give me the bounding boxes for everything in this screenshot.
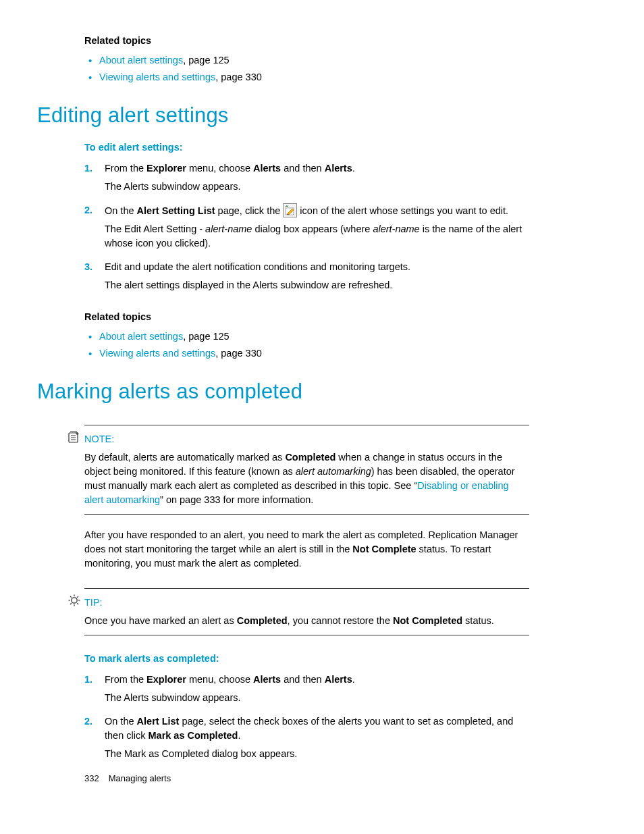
step-text: The Edit Alert Setting - xyxy=(105,224,205,234)
page-number: 332 xyxy=(84,773,99,783)
related-topic-item: Viewing alerts and settings, page 330 xyxy=(84,70,529,84)
text-bold: Completed xyxy=(285,452,336,463)
text: status. xyxy=(462,615,494,626)
related-suffix: , page 125 xyxy=(183,331,230,342)
step-bold: Alerts xyxy=(325,674,352,685)
related-suffix: , page 125 xyxy=(183,55,230,66)
step-text: menu, choose xyxy=(186,674,253,685)
tip-icon xyxy=(68,594,80,606)
related-topics-list: About alert settings, page 125 Viewing a… xyxy=(84,53,529,84)
related-suffix: , page 330 xyxy=(215,348,262,359)
step-text: On the xyxy=(105,716,137,727)
text-italic: alert automarking xyxy=(296,466,371,477)
step-bold: Alerts xyxy=(325,163,352,174)
text: By default, alerts are automatically mar… xyxy=(84,452,285,463)
step-text: menu, choose xyxy=(186,163,253,174)
related-suffix: , page 330 xyxy=(215,72,262,82)
step-text: On the xyxy=(105,205,137,216)
step-item: From the Explorer menu, choose Alerts an… xyxy=(84,673,529,705)
note-callout: NOTE: By default, alerts are automatical… xyxy=(84,425,529,515)
related-topic-item: About alert settings, page 125 xyxy=(84,53,529,68)
related-link[interactable]: About alert settings xyxy=(99,331,183,342)
procedure-steps: From the Explorer menu, choose Alerts an… xyxy=(84,161,529,292)
divider xyxy=(84,425,529,425)
section-heading-marking: Marking alerts as completed xyxy=(37,377,529,407)
step-item: From the Explorer menu, choose Alerts an… xyxy=(84,161,529,194)
step-text: From the xyxy=(105,674,146,685)
procedure-steps: From the Explorer menu, choose Alerts an… xyxy=(84,673,529,761)
divider xyxy=(84,635,529,635)
step-result: The Alerts subwindow appears. xyxy=(105,180,529,194)
svg-point-5 xyxy=(72,598,77,603)
step-item: Edit and update the alert notification c… xyxy=(84,260,529,292)
note-label: NOTE: xyxy=(84,432,529,446)
step-bold: Explorer xyxy=(146,674,186,685)
svg-line-13 xyxy=(77,596,78,598)
related-link[interactable]: Viewing alerts and settings xyxy=(99,72,215,82)
related-topic-item: About alert settings, page 125 xyxy=(84,330,529,344)
step-result: The Alerts subwindow appears. xyxy=(105,691,529,705)
related-topics-heading: Related topics xyxy=(84,310,529,324)
step-italic: alert-name xyxy=(373,224,419,234)
page-footer: 332Managing alerts xyxy=(84,773,171,785)
step-result: The Mark as Completed dialog box appears… xyxy=(105,747,529,761)
step-text: From the xyxy=(105,163,146,174)
step-bold: Mark as Completed xyxy=(148,730,238,741)
svg-line-10 xyxy=(70,596,72,598)
body-paragraph: After you have responded to an alert, yo… xyxy=(84,528,529,571)
step-result: The alert settings displayed in the Aler… xyxy=(105,278,529,292)
tip-text: Once you have marked an alert as Complet… xyxy=(84,614,529,628)
step-text: and then xyxy=(281,163,325,174)
related-link[interactable]: About alert settings xyxy=(99,55,183,66)
step-bold: Alert Setting List xyxy=(137,205,215,216)
step-text: icon of the alert whose settings you wan… xyxy=(297,205,508,216)
step-text: . xyxy=(352,674,355,685)
step-item: On the Alert List page, select the check… xyxy=(84,714,529,761)
related-topics-list: About alert settings, page 125 Viewing a… xyxy=(84,330,529,361)
step-text: . xyxy=(352,163,355,174)
step-result: The Edit Alert Setting - alert-name dial… xyxy=(105,222,529,251)
step-bold: Alerts xyxy=(253,674,281,685)
related-topic-item: Viewing alerts and settings, page 330 xyxy=(84,346,529,361)
step-text: dialog box appears (where xyxy=(252,224,373,234)
step-text: Edit and update the alert notification c… xyxy=(105,260,529,274)
step-italic: alert-name xyxy=(205,224,252,234)
section-heading-editing: Editing alert settings xyxy=(37,101,529,131)
edit-icon xyxy=(283,203,297,217)
step-bold: Alerts xyxy=(253,163,281,174)
related-topics-heading: Related topics xyxy=(84,34,529,48)
svg-line-11 xyxy=(77,603,78,604)
note-icon xyxy=(68,431,80,443)
step-bold: Alert List xyxy=(137,716,180,727)
divider xyxy=(84,588,529,589)
procedure-heading: To mark alerts as completed: xyxy=(84,652,529,666)
step-text: and then xyxy=(281,674,325,685)
procedure-heading: To edit alert settings: xyxy=(84,140,529,155)
text-bold: Not Complete xyxy=(352,544,416,554)
svg-line-12 xyxy=(70,603,72,604)
tip-label: TIP: xyxy=(84,596,529,610)
divider xyxy=(84,514,529,515)
text: ” on page 333 for more information. xyxy=(160,494,313,505)
tip-callout: TIP: Once you have marked an alert as Co… xyxy=(84,588,529,635)
text: Once you have marked an alert as xyxy=(84,615,237,626)
step-bold: Explorer xyxy=(146,163,186,174)
text-bold: Not Completed xyxy=(393,615,462,626)
step-text: . xyxy=(238,730,240,741)
step-item: On the Alert Setting List page, click th… xyxy=(84,203,529,251)
note-text: By default, alerts are automatically mar… xyxy=(84,450,529,507)
chapter-title: Managing alerts xyxy=(109,773,171,783)
related-link[interactable]: Viewing alerts and settings xyxy=(99,348,215,359)
text-bold: Completed xyxy=(237,615,288,626)
step-text: page, click the xyxy=(215,205,284,216)
text: , you cannot restore the xyxy=(288,615,393,626)
